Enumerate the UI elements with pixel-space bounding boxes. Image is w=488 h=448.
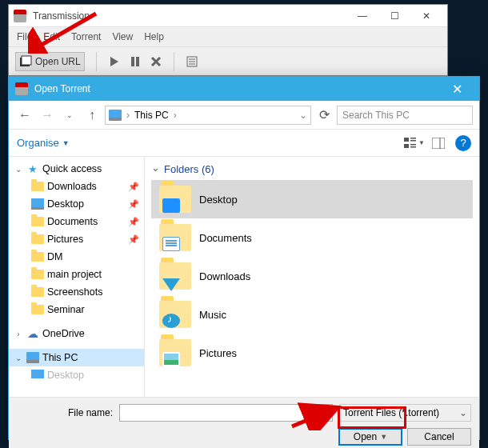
- svg-rect-11: [410, 140, 416, 142]
- folder-label: Desktop: [199, 194, 238, 206]
- tree-documents[interactable]: Documents 📌: [9, 213, 144, 230]
- tree-label: Downloads: [47, 181, 97, 192]
- this-pc-icon: [109, 110, 122, 121]
- folder-item-desktop[interactable]: Desktop: [151, 180, 473, 218]
- open-url-button[interactable]: Open URL: [15, 52, 85, 71]
- folder-icon: [159, 186, 191, 213]
- dialog-close-button[interactable]: ✕: [441, 82, 473, 97]
- breadcrumb-this-pc[interactable]: This PC: [134, 110, 169, 121]
- menu-help[interactable]: Help: [144, 31, 164, 42]
- tree-main-project[interactable]: main project: [9, 266, 144, 283]
- tree-label: OneDrive: [42, 328, 85, 339]
- dialog-app-icon: [15, 82, 28, 95]
- dropdown-icon: ⌄: [459, 407, 467, 418]
- folder-icon: [159, 262, 191, 290]
- tree-label: Seminar: [47, 304, 85, 315]
- pin-icon: 📌: [128, 199, 139, 210]
- tree-label: Quick access: [42, 163, 102, 174]
- tree-onedrive[interactable]: › ☁ OneDrive: [9, 325, 144, 342]
- menu-edit[interactable]: Edit: [43, 31, 60, 42]
- folder-item-pictures[interactable]: Pictures: [151, 334, 473, 372]
- menu-view[interactable]: View: [112, 31, 133, 42]
- toolbar-separator: [174, 52, 174, 71]
- tree-this-pc[interactable]: ⌄ This PC: [9, 349, 144, 366]
- organise-button[interactable]: Organise ▼: [17, 137, 70, 149]
- properties-icon[interactable]: [186, 55, 198, 68]
- downloads-overlay-icon: [162, 278, 180, 291]
- open-url-label: Open URL: [35, 56, 81, 67]
- dialog-footer: File name: Torrent Files (*.torrent) ⌄ O…: [9, 397, 479, 448]
- nav-up-button[interactable]: ↑: [82, 106, 102, 125]
- folder-item-documents[interactable]: Documents: [151, 218, 473, 257]
- expand-icon[interactable]: ⌄: [14, 354, 23, 362]
- folder-label: Pictures: [199, 347, 237, 359]
- folder-icon: [159, 224, 191, 251]
- breadcrumb-chevron-icon[interactable]: ›: [174, 110, 177, 121]
- folder-icon: [31, 182, 44, 191]
- tree-quick-access[interactable]: ⌄ ★ Quick access: [9, 160, 144, 178]
- pause-icon[interactable]: [129, 55, 142, 68]
- expand-icon[interactable]: ⌄: [14, 165, 23, 174]
- svg-rect-17: [31, 198, 44, 207]
- nav-back-button[interactable]: ←: [15, 106, 34, 125]
- tree-dm[interactable]: DM: [9, 248, 144, 266]
- svg-marker-2: [110, 57, 118, 66]
- tree-label: Pictures: [47, 234, 83, 245]
- pin-icon: 📌: [128, 234, 139, 245]
- file-type-filter[interactable]: Torrent Files (*.torrent) ⌄: [339, 404, 471, 422]
- nav-recent-button[interactable]: ⌄: [60, 106, 79, 125]
- quick-access-icon: ★: [26, 162, 39, 175]
- open-button-label: Open: [354, 431, 377, 442]
- expand-icon[interactable]: ›: [14, 330, 23, 338]
- filter-label: Torrent Files (*.torrent): [343, 407, 439, 418]
- desktop-icon: [31, 370, 44, 381]
- dialog-titlebar[interactable]: Open Torrent ✕: [9, 77, 479, 101]
- tree-pictures[interactable]: Pictures 📌: [9, 230, 144, 248]
- open-url-icon: [19, 55, 32, 68]
- search-input[interactable]: Search This PC: [337, 106, 473, 125]
- folders-header[interactable]: Folders (6): [151, 160, 473, 180]
- tree-label: DM: [47, 251, 62, 262]
- svg-rect-9: [404, 138, 409, 142]
- breadcrumb-chevron-icon[interactable]: ›: [126, 110, 130, 121]
- address-dropdown-icon[interactable]: ⌄: [299, 110, 307, 121]
- tree-seminar[interactable]: Seminar: [9, 301, 144, 318]
- menu-file[interactable]: File: [17, 31, 32, 42]
- transmission-window: Transmission — ☐ ✕ File Edit Torrent Vie…: [8, 4, 448, 76]
- folder-icon: [159, 301, 191, 328]
- folder-label: Documents: [199, 232, 252, 244]
- maximize-button[interactable]: ☐: [378, 5, 410, 26]
- open-button[interactable]: Open ▼: [338, 428, 402, 446]
- play-icon[interactable]: [108, 55, 121, 68]
- folder-item-music[interactable]: Music: [151, 295, 473, 334]
- svg-rect-15: [432, 138, 445, 149]
- open-torrent-dialog: Open Torrent ✕ ← → ⌄ ↑ › This PC › ⌄ ⟳ S…: [8, 76, 480, 440]
- nav-forward-button[interactable]: →: [38, 106, 57, 125]
- pin-icon: 📌: [128, 217, 139, 227]
- minimize-button[interactable]: —: [346, 5, 378, 26]
- close-button[interactable]: ✕: [410, 5, 442, 26]
- address-bar[interactable]: › This PC › ⌄: [105, 106, 311, 125]
- preview-pane-button[interactable]: [426, 134, 450, 153]
- folder-item-downloads[interactable]: Downloads: [151, 257, 473, 295]
- file-name-input[interactable]: [119, 404, 333, 422]
- refresh-button[interactable]: ⟳: [314, 106, 334, 125]
- folder-icon: [31, 305, 44, 314]
- folder-icon: [31, 287, 44, 297]
- tree-screenshots[interactable]: Screenshots: [9, 283, 144, 301]
- view-options-button[interactable]: ▼: [402, 134, 426, 153]
- tree-downloads[interactable]: Downloads 📌: [9, 178, 144, 195]
- cancel-button[interactable]: Cancel: [407, 428, 471, 446]
- tree-desktop-2[interactable]: Desktop: [9, 366, 144, 384]
- transmission-app-icon: [14, 10, 26, 22]
- svg-rect-13: [410, 144, 416, 146]
- transmission-menu-bar: File Edit Torrent View Help: [9, 27, 447, 46]
- menu-torrent[interactable]: Torrent: [71, 31, 101, 42]
- transmission-titlebar[interactable]: Transmission — ☐ ✕: [9, 5, 447, 27]
- split-dropdown-icon[interactable]: ▼: [380, 433, 387, 441]
- tree-desktop[interactable]: Desktop 📌: [9, 195, 144, 213]
- cancel-button-label: Cancel: [424, 431, 454, 442]
- svg-rect-14: [410, 146, 416, 148]
- help-button[interactable]: ?: [455, 135, 471, 151]
- remove-icon[interactable]: [150, 55, 162, 68]
